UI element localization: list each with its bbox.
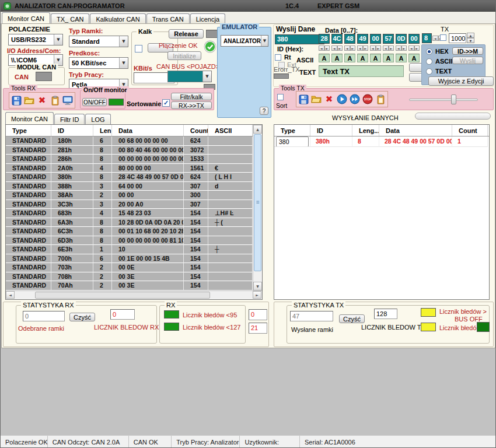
tx-slider-thumb[interactable] (451, 94, 456, 104)
id-to-m-button[interactable]: ID->>M (452, 47, 483, 55)
rx-table-row[interactable]: STANDARD286h800 00 00 00 00 00 00 001533 (6, 155, 253, 164)
interface-combo[interactable]: USB/RS232 ▼ (8, 34, 63, 46)
release-button[interactable]: Release (169, 29, 204, 38)
tab-licencja[interactable]: Licencja (190, 13, 225, 23)
tx-ascii-char-1[interactable]: A (331, 54, 343, 62)
tx-slider-track[interactable] (409, 99, 478, 101)
rx-col-count[interactable]: Count (184, 125, 208, 136)
scroll-up-icon[interactable]: ▲ (253, 125, 262, 134)
tab-monitor-can[interactable]: Monitor CAN (2, 12, 50, 23)
save-icon[interactable] (297, 92, 310, 106)
tx-ascii-char-0[interactable]: A (319, 54, 330, 62)
rx-vertical-scrollbar[interactable]: ▲ ▼ (253, 125, 262, 290)
scrollbar-thumb[interactable] (35, 292, 210, 299)
tx-byte-spinner-2[interactable]: ◄► (344, 46, 355, 51)
tx-id-field[interactable]: 380 (275, 34, 324, 44)
rx-col-id[interactable]: ID (51, 125, 93, 136)
chevron-down-icon[interactable]: ▼ (261, 36, 268, 46)
tx-type-editbox[interactable]: 380 (276, 136, 309, 147)
onoff-button[interactable]: ON/OFF (82, 98, 107, 106)
rx-table-row[interactable]: STANDARD3C3h320 00 A0307 (6, 200, 253, 209)
tx-ascii-char-7[interactable]: A (408, 54, 420, 62)
tx-col-leng[interactable]: Leng... (352, 125, 379, 136)
rx-to-tx-button[interactable]: RX->>TX (171, 102, 212, 109)
rx-table-row[interactable]: STANDARD380h828 4C 48 49 00 57 0D 00624(… (6, 173, 253, 182)
rx-table-row[interactable]: STANDARD281h800 80 40 46 00 00 00 003072 (6, 146, 253, 155)
rxtab-log[interactable]: LOG (85, 114, 110, 124)
rx-table-row[interactable]: STANDARD388h364 00 00307d (6, 182, 253, 191)
exit-edit-button[interactable]: Wyjscie z Edycji (428, 76, 494, 86)
scroll-left-icon[interactable]: ◄ (6, 291, 15, 299)
fast-forward-icon[interactable] (348, 92, 361, 106)
rxtab-monitor-can[interactable]: Monitor CAN (5, 112, 54, 124)
chevron-down-icon[interactable]: ▼ (119, 36, 128, 47)
filtr-kalk-button[interactable]: Filtr/kalk (171, 93, 212, 100)
emulator-combo[interactable]: ANALIZATOR ▼ (221, 35, 268, 47)
rx-col-data[interactable]: Data (112, 125, 184, 136)
save-icon[interactable] (10, 93, 23, 107)
rx-col-len[interactable]: Len (93, 125, 112, 136)
paste-icon[interactable] (48, 93, 61, 107)
tx-byte-spinner-6[interactable]: ◄► (396, 46, 407, 51)
tx-clear-button[interactable]: Czyść (339, 314, 365, 323)
text-tx-field[interactable]: Text TX (319, 65, 404, 77)
rx-table-row[interactable]: STANDARD703h200 0E154 (6, 263, 253, 272)
play-icon[interactable] (336, 92, 348, 106)
rx-errors-field[interactable]: 0 (110, 309, 135, 320)
delete-icon[interactable]: ✖ (323, 92, 336, 106)
scroll-down-icon[interactable]: ▼ (253, 282, 262, 290)
rx-table-row[interactable]: STANDARD6C3h800 01 10 68 00 20 10 28154 (6, 227, 253, 236)
tab-trans-can[interactable]: Trans CAN (146, 13, 190, 23)
tx-data-byte-1[interactable]: 4C (331, 34, 343, 44)
tx-col-id[interactable]: ID (310, 125, 352, 136)
tx-checkbox[interactable] (440, 34, 446, 41)
stop-icon[interactable]: STOP (361, 92, 374, 106)
open-folder-icon[interactable] (23, 93, 36, 107)
rx-table-row[interactable]: STANDARD38Ah200 00300 (6, 191, 253, 200)
scrollbar-thumb[interactable] (254, 134, 261, 271)
radio-text[interactable]: TEXT (426, 67, 457, 75)
rx-clear-button[interactable]: Czyść (69, 313, 95, 321)
tx-ascii-char-2[interactable]: A (344, 54, 355, 62)
tx-ascii-char-5[interactable]: A (383, 54, 394, 62)
rx-ind2-value[interactable]: 21 (249, 323, 267, 334)
tab-tx-can[interactable]: TX_ CAN (51, 13, 89, 23)
rx-col-type[interactable]: Type (6, 125, 51, 136)
rx-table-row[interactable]: STANDARD2A0h480 00 00 001561€ (6, 164, 253, 173)
rx-ind1-value[interactable]: 0 (249, 309, 267, 320)
tx-ascii-char-6[interactable]: A (396, 54, 407, 62)
open-folder-icon[interactable] (310, 92, 323, 106)
tx-errors-field[interactable]: 128 (374, 309, 397, 319)
sortowanie-checkbox[interactable]: ✓ (162, 99, 170, 107)
tx-data-byte-3[interactable]: 49 (357, 34, 368, 44)
rx-table-row[interactable]: STANDARD6A3h810 28 0D 0A 0D 0A 20 00154┼… (6, 218, 253, 228)
speed-combo[interactable]: 50 KBit/sec ▼ (69, 57, 128, 69)
rx-table-row[interactable]: STANDARD180h600 68 00 00 00 00624 (6, 136, 253, 146)
tx-data-byte-2[interactable]: 48 (344, 34, 355, 44)
rx-table-row[interactable]: STANDARD700h600 1E 00 00 15 4B154 (6, 254, 253, 264)
tx-byte-spinner-1[interactable]: ◄► (331, 46, 343, 51)
tx-byte-spinner-7[interactable]: ◄► (408, 46, 420, 51)
tx-col-count[interactable]: Count (452, 125, 488, 136)
tx-table-row[interactable]: 380380h828 4C 48 49 00 57 0D 001 (274, 136, 489, 147)
rx-table-row[interactable]: STANDARD70Ah200 3E154 (6, 281, 253, 290)
rx-horizontal-scrollbar[interactable]: ◄ ► (6, 290, 262, 299)
tx-data-byte-5[interactable]: 57 (383, 34, 394, 44)
help-button[interactable]: ? (260, 107, 268, 115)
rx-table-row[interactable]: STANDARD6D3h800 00 00 00 00 00 81 10154 (6, 236, 253, 246)
tab-kalkulator-can[interactable]: Kalkulator CAN (90, 13, 145, 23)
chevron-down-icon[interactable]: ▼ (202, 71, 211, 82)
tx-col-data[interactable]: Data (379, 125, 452, 136)
tx-data-byte-4[interactable]: 00 (370, 34, 381, 44)
tx-byte-spinner-4[interactable]: ◄► (370, 46, 381, 51)
rx-table-row[interactable]: STANDARD683h415 48 23 03154⊥H# Ŀ (6, 209, 253, 218)
tx-frames-field[interactable]: 47 (290, 311, 333, 321)
tx-byte-spinner-3[interactable]: ◄► (357, 46, 368, 51)
tx-col-type[interactable]: Type (274, 125, 310, 136)
rx-table-row[interactable]: STANDARD6E3h110154┼ (6, 245, 253, 254)
chevron-down-icon[interactable]: ▼ (54, 34, 62, 45)
tx-ascii-char-4[interactable]: A (370, 54, 381, 62)
paste-icon[interactable] (374, 92, 387, 106)
rx-col-ascii[interactable]: ASCII (208, 125, 253, 136)
kalk-checkbox[interactable] (135, 45, 142, 52)
